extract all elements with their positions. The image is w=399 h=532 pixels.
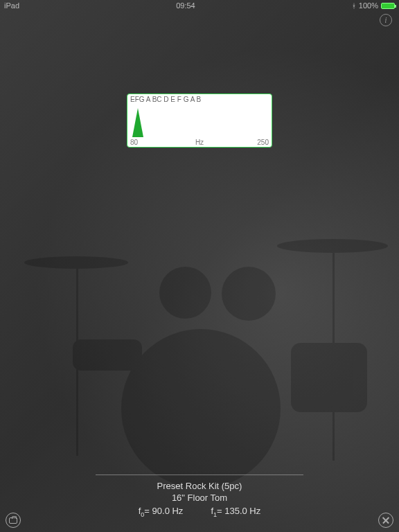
preset-footer: Preset Rock Kit (5pc) 16" Floor Tom f0= … <box>0 475 399 518</box>
axis-max: 250 <box>257 139 269 146</box>
screenshot-button[interactable] <box>6 513 21 528</box>
preset-drum[interactable]: 16" Floor Tom <box>0 493 399 503</box>
note-scale: EFG A BC D E F G A B <box>127 96 272 105</box>
close-button[interactable] <box>378 513 393 528</box>
spectrum-axis: 80 Hz 250 <box>127 137 272 147</box>
bluetooth-icon: ᚼ <box>352 2 356 10</box>
axis-min: 80 <box>130 139 138 146</box>
battery-icon <box>381 3 395 9</box>
drumkit-silhouette <box>0 0 399 532</box>
status-time: 09:54 <box>176 1 195 10</box>
preset-f0: f0= 90.0 Hz <box>139 506 184 518</box>
spectrum-chart[interactable]: EFG A BC D E F G A B 80 Hz 250 <box>127 94 272 148</box>
info-button[interactable]: i <box>380 14 392 26</box>
footer-divider <box>96 475 303 475</box>
status-bar: iPad 09:54 ᚼ 100% <box>0 0 399 11</box>
battery-pct: 100% <box>359 1 378 10</box>
axis-unit: Hz <box>195 139 204 146</box>
preset-name[interactable]: Preset Rock Kit (5pc) <box>0 481 399 491</box>
spectrum-peak <box>132 108 143 137</box>
preset-f1: f1= 135.0 Hz <box>211 506 260 518</box>
spectrum-plot-area <box>127 105 272 137</box>
camera-icon <box>9 517 17 524</box>
status-device: iPad <box>4 1 19 10</box>
